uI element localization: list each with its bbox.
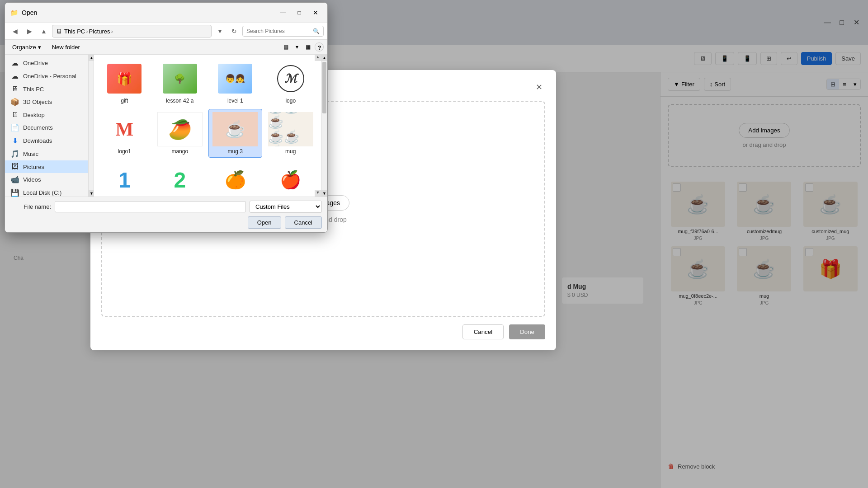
- dialog-title-text: Open: [22, 9, 273, 16]
- num1-thumb-img: 1: [118, 168, 131, 192]
- pictures-icon: 🖼: [10, 163, 19, 171]
- documents-icon: 📄: [10, 123, 19, 132]
- file-item-logo1[interactable]: M logo1: [98, 109, 151, 158]
- upload-dialog-close-btn[interactable]: ✕: [533, 81, 545, 94]
- path-pictures: Pictures: [89, 28, 110, 35]
- file-thumb-logo1: M: [102, 112, 147, 146]
- onedrive-personal-label: OneDrive - Personal: [23, 73, 76, 80]
- onedrive-icon: ☁: [10, 59, 19, 67]
- sidebar-item-documents[interactable]: 📄 Documents: [5, 121, 88, 134]
- file-scroll-up-btn-bar[interactable]: ▲: [321, 55, 327, 61]
- details-pane-btn[interactable]: ▦: [302, 42, 314, 52]
- sidebar-item-thispc[interactable]: 🖥 This PC: [5, 83, 88, 95]
- dialog-window-icon: 📁: [10, 9, 18, 16]
- file-name-lesson: lesson 42 a: [166, 98, 193, 104]
- path-icon: 🖥: [56, 28, 62, 35]
- logo1-thumb-img: M: [115, 118, 133, 140]
- dialog-minimize-btn[interactable]: —: [277, 6, 289, 19]
- upload-cancel-btn[interactable]: Cancel: [462, 324, 504, 339]
- file-name-logo: logo: [285, 98, 296, 104]
- downloads-icon: ⬇: [10, 136, 19, 145]
- lesson-thumb-img: 🌳: [163, 64, 197, 94]
- file-scroll-up-btn[interactable]: ▲: [315, 55, 321, 61]
- sidebar-item-music[interactable]: 🎵 Music: [5, 147, 88, 160]
- sidebar-item-desktop[interactable]: 🖥 Desktop: [5, 108, 88, 121]
- open-file-dialog: 📁 Open — □ ✕ ◀ ▶ ▲ 🖥 This PC › Pictures …: [5, 2, 328, 233]
- filename-row: File name: Custom Files: [10, 201, 322, 213]
- search-input[interactable]: [246, 28, 311, 34]
- dialog-close-btn[interactable]: ✕: [309, 6, 322, 19]
- file-scroll-track-bar: [321, 61, 327, 190]
- file-thumb-mug3: ☕: [212, 112, 258, 146]
- 3dobjects-icon: 📦: [10, 98, 19, 106]
- path-dropdown-btn[interactable]: ▾: [213, 25, 226, 38]
- file-item-mug3[interactable]: ☕ mug 3: [208, 109, 262, 158]
- sidebar-item-localdisk[interactable]: 💾 Local Disk (C:): [5, 186, 88, 197]
- sidebar-item-onedrive-personal[interactable]: ☁ OneDrive - Personal: [5, 70, 88, 83]
- path-sep-1: ›: [86, 28, 88, 35]
- logo-thumb-img: ℳ: [277, 65, 304, 92]
- dialog-address-path[interactable]: 🖥 This PC › Pictures ›: [52, 25, 212, 38]
- documents-label: Documents: [23, 124, 53, 131]
- dialog-forward-btn[interactable]: ▶: [23, 25, 36, 38]
- filename-label: File name:: [10, 203, 51, 210]
- file-item-gift[interactable]: 🎁 gift: [98, 58, 151, 107]
- sidebar-item-videos[interactable]: 📹 Videos: [5, 173, 88, 186]
- sidebar-item-3dobjects[interactable]: 📦 3D Objects: [5, 95, 88, 108]
- file-thumb-mug: ☕☕☕☕☕☕: [268, 112, 313, 146]
- open-btn[interactable]: Open: [248, 216, 281, 229]
- dialog-file-area: ▲ 🎁 gift 🌳 lesson 42 a: [94, 55, 321, 197]
- mango-thumb-img: 🥭: [168, 118, 192, 141]
- sidebar-scroll-track: [89, 61, 94, 190]
- file-name-mug: mug: [285, 148, 296, 155]
- file-scroll-down-btn-bar[interactable]: ▼: [321, 190, 327, 197]
- file-name-level: level 1: [227, 98, 243, 104]
- file-name-mango: mango: [171, 148, 188, 155]
- sidebar-scroll-up-btn[interactable]: ▲: [89, 55, 94, 61]
- downloads-label: Downloads: [23, 137, 52, 144]
- view-options: ▤ ▾ ▦ ?: [280, 42, 324, 52]
- cancel-dialog-btn[interactable]: Cancel: [285, 216, 322, 229]
- file-item-mug[interactable]: ☕☕☕☕☕☕ mug: [264, 109, 318, 158]
- apple-thumb-img: 🍎: [280, 170, 301, 190]
- localdisk-label: Local Disk (C:): [23, 189, 61, 196]
- organize-btn[interactable]: Organize ▾: [9, 42, 45, 52]
- file-scroll-down-btn[interactable]: ▼: [315, 190, 321, 197]
- mug3-thumb-img: ☕: [225, 120, 245, 139]
- organize-dropdown-icon: ▾: [38, 44, 41, 51]
- localdisk-icon: 💾: [10, 188, 19, 197]
- upload-done-btn[interactable]: Done: [509, 324, 545, 339]
- sidebar-item-downloads[interactable]: ⬇ Downloads: [5, 134, 88, 147]
- thispc-icon: 🖥: [10, 85, 19, 93]
- view-mode-dropdown-btn[interactable]: ▾: [292, 42, 302, 52]
- dialog-up-btn[interactable]: ▲: [38, 25, 50, 38]
- search-box[interactable]: 🔍: [242, 26, 324, 37]
- pictures-label: Pictures: [23, 164, 44, 170]
- file-item-level[interactable]: 👦👧 level 1: [208, 58, 262, 107]
- dialog-restore-btn[interactable]: □: [293, 6, 306, 19]
- file-item-logo[interactable]: ℳ logo: [264, 58, 318, 107]
- orange-thumb-img: 🍊: [225, 170, 246, 190]
- new-folder-btn[interactable]: New folder: [48, 42, 84, 52]
- filetype-select[interactable]: Custom Files: [250, 201, 322, 213]
- sidebar-scroll-down-btn[interactable]: ▼: [89, 190, 94, 197]
- num2-thumb-img: 2: [174, 168, 186, 192]
- dialog-toolbar: Organize ▾ New folder ▤ ▾ ▦ ?: [5, 40, 327, 55]
- view-mode-btn[interactable]: ▤: [280, 42, 292, 52]
- sidebar-item-pictures[interactable]: 🖼 Pictures: [5, 160, 88, 173]
- thispc-label: This PC: [23, 86, 44, 93]
- filename-input[interactable]: [55, 201, 246, 212]
- refresh-btn[interactable]: ↻: [228, 25, 241, 38]
- onedrive-personal-icon: ☁: [10, 72, 19, 80]
- videos-icon: 📹: [10, 175, 19, 184]
- file-scroll-thumb: [322, 62, 326, 113]
- music-label: Music: [23, 150, 38, 157]
- file-item-lesson[interactable]: 🌳 lesson 42 a: [153, 58, 207, 107]
- dialog-back-btn[interactable]: ◀: [9, 25, 21, 38]
- dialog-address-bar: ◀ ▶ ▲ 🖥 This PC › Pictures › ▾ ↻ 🔍: [5, 23, 327, 40]
- help-btn[interactable]: ?: [315, 42, 324, 52]
- dialog-sidebar: ☁ OneDrive ☁ OneDrive - Personal 🖥 This …: [5, 55, 89, 197]
- sidebar-item-onedrive[interactable]: ☁ OneDrive: [5, 56, 88, 70]
- file-item-mango[interactable]: 🥭 mango: [153, 109, 207, 158]
- file-thumb-mango: 🥭: [157, 112, 203, 146]
